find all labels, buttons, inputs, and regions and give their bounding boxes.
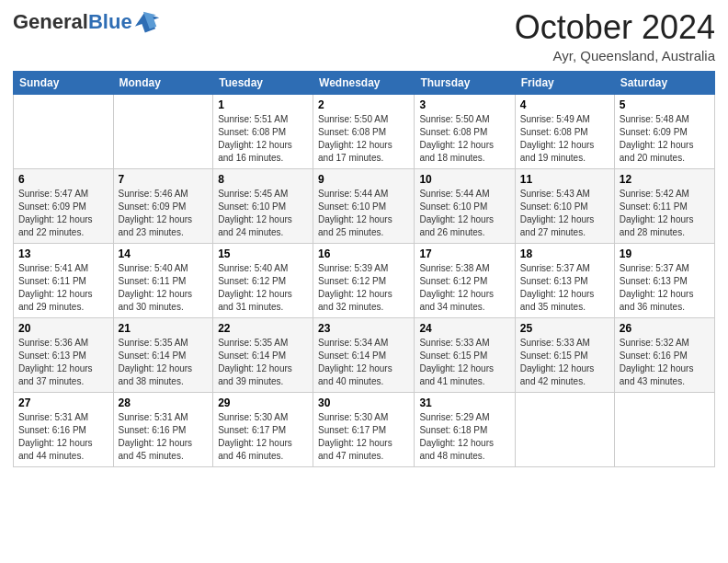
calendar-cell: 23Sunrise: 5:34 AM Sunset: 6:14 PM Dayli… [313, 317, 415, 392]
calendar-table: SundayMondayTuesdayWednesdayThursdayFrid… [13, 71, 715, 467]
month-title: October 2024 [515, 9, 715, 46]
day-number: 15 [218, 247, 308, 260]
day-number: 25 [520, 322, 609, 335]
day-info: Sunrise: 5:29 AM Sunset: 6:18 PM Dayligh… [419, 411, 509, 463]
calendar-cell: 7Sunrise: 5:46 AM Sunset: 6:09 PM Daylig… [113, 168, 213, 243]
calendar-week-row: 20Sunrise: 5:36 AM Sunset: 6:13 PM Dayli… [14, 317, 715, 392]
day-info: Sunrise: 5:42 AM Sunset: 6:11 PM Dayligh… [620, 188, 710, 239]
day-info: Sunrise: 5:32 AM Sunset: 6:16 PM Dayligh… [620, 337, 710, 388]
calendar-cell [515, 392, 614, 466]
calendar-cell: 22Sunrise: 5:35 AM Sunset: 6:14 PM Dayli… [213, 317, 313, 392]
day-info: Sunrise: 5:41 AM Sunset: 6:11 PM Dayligh… [18, 262, 108, 314]
day-number: 29 [218, 396, 308, 409]
calendar-cell: 2Sunrise: 5:50 AM Sunset: 6:08 PM Daylig… [313, 94, 415, 168]
day-number: 9 [318, 173, 409, 186]
day-number: 16 [318, 247, 409, 260]
day-info: Sunrise: 5:37 AM Sunset: 6:13 PM Dayligh… [520, 262, 609, 314]
calendar-cell [614, 392, 714, 466]
day-info: Sunrise: 5:44 AM Sunset: 6:10 PM Dayligh… [318, 188, 409, 239]
logo-blue: Blue [88, 12, 132, 32]
col-header-tuesday: Tuesday [213, 71, 313, 94]
calendar-cell: 15Sunrise: 5:40 AM Sunset: 6:12 PM Dayli… [213, 243, 313, 317]
day-info: Sunrise: 5:43 AM Sunset: 6:10 PM Dayligh… [520, 188, 609, 239]
day-number: 6 [18, 173, 108, 186]
calendar-cell: 26Sunrise: 5:32 AM Sunset: 6:16 PM Dayli… [614, 317, 714, 392]
calendar-cell: 10Sunrise: 5:44 AM Sunset: 6:10 PM Dayli… [415, 168, 515, 243]
day-info: Sunrise: 5:30 AM Sunset: 6:17 PM Dayligh… [218, 411, 308, 463]
calendar-cell: 3Sunrise: 5:50 AM Sunset: 6:08 PM Daylig… [415, 94, 515, 168]
calendar-cell [14, 94, 114, 168]
calendar-cell: 5Sunrise: 5:48 AM Sunset: 6:09 PM Daylig… [614, 94, 714, 168]
calendar-cell: 16Sunrise: 5:39 AM Sunset: 6:12 PM Dayli… [313, 243, 415, 317]
day-number: 28 [119, 396, 209, 409]
day-info: Sunrise: 5:37 AM Sunset: 6:13 PM Dayligh… [620, 262, 710, 314]
calendar-week-row: 13Sunrise: 5:41 AM Sunset: 6:11 PM Dayli… [14, 243, 715, 317]
day-info: Sunrise: 5:33 AM Sunset: 6:15 PM Dayligh… [419, 337, 509, 388]
col-header-saturday: Saturday [614, 71, 714, 94]
calendar-cell: 28Sunrise: 5:31 AM Sunset: 6:16 PM Dayli… [113, 392, 213, 466]
calendar-week-row: 6Sunrise: 5:47 AM Sunset: 6:09 PM Daylig… [14, 168, 715, 243]
calendar-cell: 21Sunrise: 5:35 AM Sunset: 6:14 PM Dayli… [113, 317, 213, 392]
day-info: Sunrise: 5:40 AM Sunset: 6:12 PM Dayligh… [218, 262, 308, 314]
calendar-cell: 6Sunrise: 5:47 AM Sunset: 6:09 PM Daylig… [14, 168, 114, 243]
title-block: October 2024 Ayr, Queensland, Australia [515, 9, 715, 63]
calendar-week-row: 1Sunrise: 5:51 AM Sunset: 6:08 PM Daylig… [14, 94, 715, 168]
day-info: Sunrise: 5:34 AM Sunset: 6:14 PM Dayligh… [318, 337, 409, 388]
day-number: 12 [620, 173, 710, 186]
day-number: 19 [620, 247, 710, 260]
day-number: 4 [520, 98, 609, 111]
col-header-thursday: Thursday [415, 71, 515, 94]
header-row: SundayMondayTuesdayWednesdayThursdayFrid… [14, 71, 715, 94]
day-number: 1 [218, 98, 308, 111]
day-number: 24 [419, 322, 509, 335]
col-header-friday: Friday [515, 71, 614, 94]
calendar-cell: 29Sunrise: 5:30 AM Sunset: 6:17 PM Dayli… [213, 392, 313, 466]
calendar-cell: 24Sunrise: 5:33 AM Sunset: 6:15 PM Dayli… [415, 317, 515, 392]
logo-general: General [13, 12, 88, 32]
logo: GeneralBlue [13, 9, 160, 35]
calendar-cell: 14Sunrise: 5:40 AM Sunset: 6:11 PM Dayli… [113, 243, 213, 317]
calendar-week-row: 27Sunrise: 5:31 AM Sunset: 6:16 PM Dayli… [14, 392, 715, 466]
logo-text: GeneralBlue [13, 9, 160, 35]
day-number: 7 [119, 173, 209, 186]
day-number: 17 [419, 247, 509, 260]
col-header-monday: Monday [113, 71, 213, 94]
calendar-cell [113, 94, 213, 168]
calendar-cell: 18Sunrise: 5:37 AM Sunset: 6:13 PM Dayli… [515, 243, 614, 317]
day-info: Sunrise: 5:38 AM Sunset: 6:12 PM Dayligh… [419, 262, 509, 314]
day-number: 10 [419, 173, 509, 186]
day-number: 5 [620, 98, 710, 111]
day-number: 2 [318, 98, 409, 111]
calendar-cell: 12Sunrise: 5:42 AM Sunset: 6:11 PM Dayli… [614, 168, 714, 243]
day-info: Sunrise: 5:45 AM Sunset: 6:10 PM Dayligh… [218, 188, 308, 239]
calendar-cell: 11Sunrise: 5:43 AM Sunset: 6:10 PM Dayli… [515, 168, 614, 243]
day-number: 27 [18, 396, 108, 409]
calendar-cell: 31Sunrise: 5:29 AM Sunset: 6:18 PM Dayli… [415, 392, 515, 466]
day-info: Sunrise: 5:44 AM Sunset: 6:10 PM Dayligh… [419, 188, 509, 239]
logo-bird-icon [134, 9, 160, 35]
day-info: Sunrise: 5:40 AM Sunset: 6:11 PM Dayligh… [119, 262, 209, 314]
calendar-cell: 9Sunrise: 5:44 AM Sunset: 6:10 PM Daylig… [313, 168, 415, 243]
calendar-cell: 19Sunrise: 5:37 AM Sunset: 6:13 PM Dayli… [614, 243, 714, 317]
calendar-cell: 25Sunrise: 5:33 AM Sunset: 6:15 PM Dayli… [515, 317, 614, 392]
day-info: Sunrise: 5:50 AM Sunset: 6:08 PM Dayligh… [419, 113, 509, 165]
day-info: Sunrise: 5:31 AM Sunset: 6:16 PM Dayligh… [18, 411, 108, 463]
day-info: Sunrise: 5:35 AM Sunset: 6:14 PM Dayligh… [218, 337, 308, 388]
col-header-sunday: Sunday [14, 71, 114, 94]
day-number: 14 [119, 247, 209, 260]
calendar-cell: 27Sunrise: 5:31 AM Sunset: 6:16 PM Dayli… [14, 392, 114, 466]
day-number: 13 [18, 247, 108, 260]
header: GeneralBlue October 2024 Ayr, Queensland… [13, 9, 715, 63]
calendar-cell: 17Sunrise: 5:38 AM Sunset: 6:12 PM Dayli… [415, 243, 515, 317]
col-header-wednesday: Wednesday [313, 71, 415, 94]
day-number: 20 [18, 322, 108, 335]
subtitle: Ayr, Queensland, Australia [515, 48, 715, 63]
day-info: Sunrise: 5:50 AM Sunset: 6:08 PM Dayligh… [318, 113, 409, 165]
day-info: Sunrise: 5:33 AM Sunset: 6:15 PM Dayligh… [520, 337, 609, 388]
day-info: Sunrise: 5:51 AM Sunset: 6:08 PM Dayligh… [218, 113, 308, 165]
day-info: Sunrise: 5:47 AM Sunset: 6:09 PM Dayligh… [18, 188, 108, 239]
day-info: Sunrise: 5:30 AM Sunset: 6:17 PM Dayligh… [318, 411, 409, 463]
calendar-cell: 4Sunrise: 5:49 AM Sunset: 6:08 PM Daylig… [515, 94, 614, 168]
calendar-cell: 1Sunrise: 5:51 AM Sunset: 6:08 PM Daylig… [213, 94, 313, 168]
day-number: 21 [119, 322, 209, 335]
